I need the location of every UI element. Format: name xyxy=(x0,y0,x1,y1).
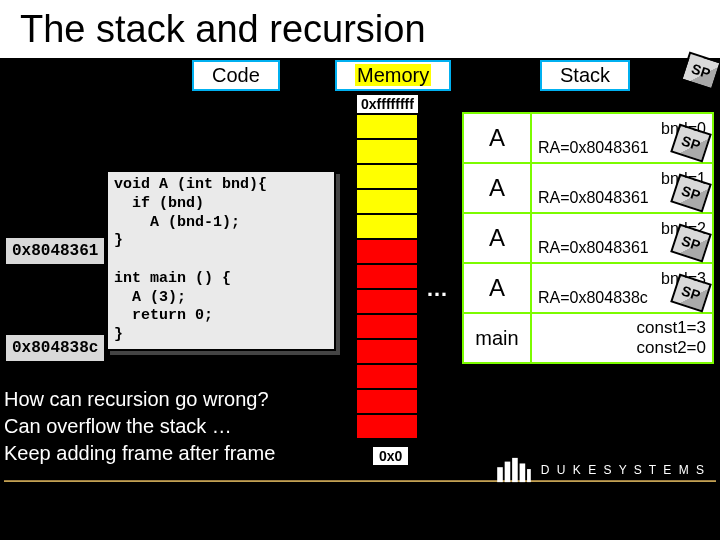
footer-logo: D U K E S Y S T E M S xyxy=(495,456,706,484)
memory-cell xyxy=(356,114,418,139)
svg-rect-1 xyxy=(504,462,510,483)
memory-cell xyxy=(356,189,418,214)
frame-body: bnd=3 RA=0x804838c SP xyxy=(532,264,712,312)
code-section-label: Code xyxy=(192,60,280,91)
svg-rect-0 xyxy=(497,467,503,482)
stack-frame: A bnd=0 RA=0x8048361 SP xyxy=(462,112,714,164)
frame-body: bnd=1 RA=0x8048361 SP xyxy=(532,164,712,212)
memory-cell xyxy=(356,239,418,264)
frame-name: A xyxy=(464,264,532,312)
main-area: Code Memory Stack SP 0xffffffff … 0x0 vo… xyxy=(0,58,720,498)
frame-body: bnd=0 RA=0x8048361 SP xyxy=(532,114,712,162)
question-line3: Keep adding frame after frame xyxy=(4,440,340,467)
stack-frame: A bnd=1 RA=0x8048361 SP xyxy=(462,162,714,214)
address-label-a: 0x8048361 xyxy=(4,236,106,266)
memory-cell xyxy=(356,414,418,439)
frame-name: A xyxy=(464,114,532,162)
address-label-main: 0x804838c xyxy=(4,333,106,363)
memory-label-text: Memory xyxy=(355,64,431,86)
frame-name: main xyxy=(464,314,532,362)
memory-cell xyxy=(356,289,418,314)
stack-frame: A bnd=2 RA=0x8048361 SP xyxy=(462,212,714,264)
svg-rect-2 xyxy=(512,458,518,482)
stack-column: A bnd=0 RA=0x8048361 SP A bnd=1 RA=0x804… xyxy=(462,112,714,362)
code-listing: void A (int bnd){ if (bnd) A (bnd-1); } … xyxy=(106,170,336,351)
slide-title: The stack and recursion xyxy=(0,0,720,58)
frame-name: A xyxy=(464,164,532,212)
frame-line1: const1=3 xyxy=(538,318,706,338)
memory-bottom-addr: 0x0 xyxy=(372,446,409,466)
memory-cell xyxy=(356,139,418,164)
question-text: How can recursion go wrong? Can overflow… xyxy=(4,386,340,467)
sp-pointer-top: SP xyxy=(680,51,720,90)
footer-text: D U K E S Y S T E M S xyxy=(541,463,706,477)
memory-cell xyxy=(356,214,418,239)
frame-body: const1=3 const2=0 xyxy=(532,314,712,362)
svg-rect-3 xyxy=(519,463,525,482)
frame-line2: const2=0 xyxy=(538,338,706,358)
memory-cell xyxy=(356,339,418,364)
memory-section-label: Memory xyxy=(335,60,451,91)
frame-body: bnd=2 RA=0x8048361 SP xyxy=(532,214,712,262)
memory-cell xyxy=(356,364,418,389)
memory-cell xyxy=(356,164,418,189)
memory-top-addr: 0xffffffff xyxy=(356,94,419,114)
memory-column: 0xffffffff xyxy=(356,94,419,439)
memory-ellipsis: … xyxy=(426,276,448,302)
stack-frame-main: main const1=3 const2=0 xyxy=(462,312,714,364)
memory-cell xyxy=(356,314,418,339)
frame-name: A xyxy=(464,214,532,262)
question-line2: Can overflow the stack … xyxy=(4,413,340,440)
building-icon xyxy=(495,456,533,484)
question-line1: How can recursion go wrong? xyxy=(4,386,340,413)
stack-section-label: Stack xyxy=(540,60,630,91)
memory-cell xyxy=(356,264,418,289)
svg-rect-4 xyxy=(527,469,531,482)
stack-frame: A bnd=3 RA=0x804838c SP xyxy=(462,262,714,314)
memory-cell xyxy=(356,389,418,414)
